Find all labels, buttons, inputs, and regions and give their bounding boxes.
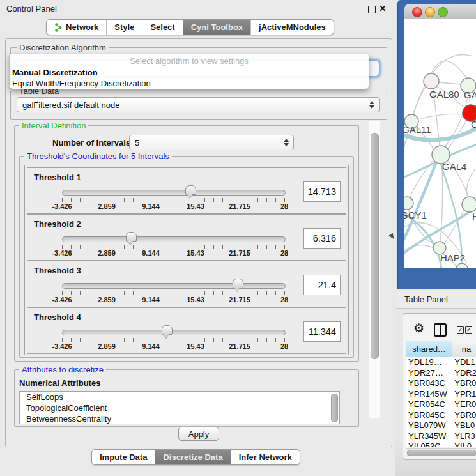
table-data-combobox-value: galFiltered.sif default node [22,100,119,110]
node-label-hap2: HAP2 [440,252,465,263]
menu-item-placeholder: Select algorithm to view settings [10,56,369,66]
slider-ticks [62,198,285,202]
table-row[interactable]: YBL079WYBL0 [406,420,476,431]
screen: Control Panel ✕ Network Style Select Cyn… [0,0,476,476]
table-row[interactable]: YDR27…YDR2 [406,368,476,379]
tab-select[interactable]: Select [142,20,182,35]
minimize-traffic-light-icon[interactable] [425,7,435,17]
table-row[interactable]: YPR145WYPR1 [406,389,476,400]
numerical-attributes-label: Numerical Attributes [19,378,100,388]
table-row[interactable]: YLR345WYLR3 [406,431,476,442]
close-icon[interactable]: ✕ [379,3,387,13]
interval-definition-label: Interval Definition [19,121,88,130]
apply-button[interactable]: Apply [178,427,219,441]
tab-discretize-data[interactable]: Discretize Data [155,450,230,464]
threshold-3-value-field[interactable]: 21.4 [303,275,341,295]
tick-label: -3.426 [52,249,72,257]
threshold-1-slider-track[interactable] [62,190,286,196]
network-icon [54,23,63,32]
tick-label: 9.144 [142,342,160,350]
thresholds-group-label: Threshold's Coordinates for 5 Intervals [24,151,172,161]
tab-network[interactable]: Network [47,20,106,35]
tick-label: 28 [280,203,288,210]
table-panel-titlebar: Table Panel [396,291,476,309]
node-label-clipped: H [472,211,476,222]
cyni-mode-tabbar: Impute Data Discretize Data Infer Networ… [91,449,300,465]
threshold-2-value-field[interactable]: 6.316 [303,228,341,249]
tick-label: 28 [280,296,288,303]
tick-label: 21.715 [229,296,250,303]
list-item[interactable]: BetweennessCentrality [20,413,339,424]
table-hscrollbar-track[interactable] [406,448,476,456]
zoom-traffic-light-icon[interactable] [438,7,448,17]
table-row[interactable]: YDL19…YDL1 [406,357,476,368]
threshold-1-slider-thumb[interactable] [185,185,196,195]
network-node-bottom[interactable] [456,263,468,268]
close-traffic-light-icon[interactable] [412,7,422,17]
column-header-shared-name[interactable]: shared… [406,341,452,357]
table-row[interactable]: YIL053CYIL0 [406,441,476,447]
threshold-4-value-field[interactable]: 11.344 [303,321,341,342]
threshold-4-slider-track[interactable] [62,330,286,335]
attributes-group-label: Attributes to discretize [19,365,106,374]
number-of-intervals-value: 5 [135,138,139,148]
tick-label: 15.43 [187,203,204,210]
split-columns-icon[interactable] [434,323,447,337]
checkbox-icon[interactable]: ✓ [457,326,464,334]
tick-label: 21.715 [229,342,250,350]
menu-item-equal-width-frequency[interactable]: Equal Width/Frequency Discretization [10,78,371,89]
network-window-titlebar[interactable] [404,4,476,20]
table-panel-title: Table Panel [404,295,448,304]
numerical-attributes-list: SelfLoops TopologicalCoefficient Between… [19,391,340,424]
tab-infer-network[interactable]: Infer Network [231,450,300,464]
tick-label: -3.426 [52,296,72,303]
threshold-4-slider-thumb[interactable] [162,325,173,335]
table-panel: ⚙ ✓ ✓ shared… na YDL19…YDL1 YDR27…YDR2 Y… [403,313,476,460]
discretization-algorithm-label: Discretization Algorithm [17,43,109,52]
checkbox-icon[interactable]: ✓ [465,326,472,334]
tick-label: 9.144 [142,249,160,257]
table-hscrollbar-thumb[interactable] [407,450,476,456]
tab-cyni-toolbox[interactable]: Cyni Toolbox [183,20,250,35]
list-item[interactable]: SelfLoops [20,392,339,403]
column-header-name[interactable]: na [452,341,476,357]
table-row[interactable]: YER054CYER0 [406,399,476,410]
tab-network-label: Network [66,22,98,32]
combobox-stepper-icon [283,139,289,146]
tab-impute-data[interactable]: Impute Data [92,450,155,464]
table-row[interactable]: YBR043CYBR0 [406,378,476,389]
network-node-gal80[interactable] [424,73,439,89]
number-of-intervals-combobox[interactable]: 5 [129,135,294,150]
table-data-combobox[interactable]: galFiltered.sif default node [17,97,380,112]
panel-scrollbar-thumb[interactable] [371,133,379,359]
threshold-1-label: Threshold 1 [34,173,81,182]
control-panel-titlebar: Control Panel ✕ [0,0,396,17]
tick-label: 28 [280,342,288,350]
tab-jactivemnodules[interactable]: jActiveMNodules [250,20,334,35]
float-window-icon[interactable] [368,6,376,13]
tick-label: 15.43 [187,342,204,350]
node-label-clipped: GA [464,89,476,100]
slider-ticks [62,245,285,249]
node-label-clipped: C [471,119,476,130]
tab-style[interactable]: Style [106,20,142,35]
threshold-3-slider-track[interactable] [62,283,286,289]
table-row[interactable]: YBR045CYBR0 [406,410,476,421]
node-label-gal11: GAL11 [404,124,431,135]
table-body: YDL19…YDL1 YDR27…YDR2 YBR043CYBR0 YPR145… [406,357,476,447]
menu-item-manual-discretization[interactable]: Manual Discretization [10,67,371,78]
network-node-gcy1[interactable] [404,197,413,210]
combobox-stepper-icon [369,101,374,109]
threshold-2-slider-thumb[interactable] [126,232,137,242]
threshold-2-row: Threshold 2 -3.426 2.859 9.144 15.43 21.… [27,214,346,261]
threshold-3-slider-thumb[interactable] [233,279,243,288]
network-canvas[interactable]: GAL80 GA C GAL11 GAL4 GCY1 H HAP2 [404,19,476,268]
threshold-1-value-field[interactable]: 14.713 [303,181,341,202]
network-node-h[interactable] [462,197,476,212]
threshold-2-slider-track[interactable] [62,236,286,242]
tick-label: 21.715 [229,249,250,257]
panel-scrollbar-track[interactable] [369,121,380,418]
list-scrollbar-thumb[interactable] [331,394,338,422]
gear-icon[interactable]: ⚙ [413,322,424,334]
list-item[interactable]: TopologicalCoefficient [20,403,339,413]
